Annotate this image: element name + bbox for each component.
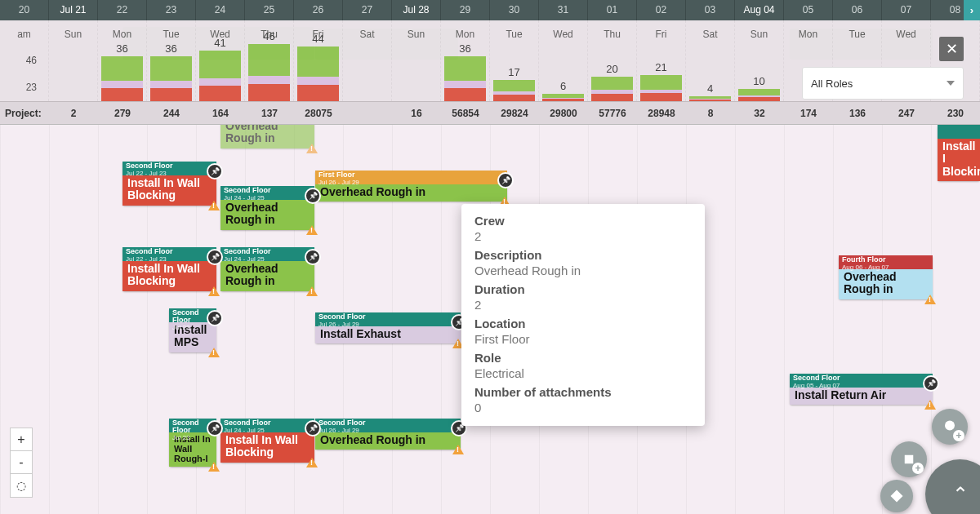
field-duration-value: 2 (474, 298, 692, 312)
project-total: 28075 (294, 102, 343, 124)
warning-icon (306, 225, 318, 235)
task-card[interactable]: Second FloorJul 24 - Jul 25Overhead Roug… (220, 247, 314, 291)
timeline-date[interactable]: Jul 28 (392, 0, 441, 20)
project-total: 164 (196, 102, 245, 124)
pin-icon[interactable] (207, 249, 223, 265)
timeline-date[interactable]: Jul 21 (49, 0, 98, 20)
pin-icon[interactable] (207, 163, 223, 179)
histogram-column: Sun10 (735, 20, 784, 101)
timeline-date[interactable]: 27 (343, 0, 392, 20)
histogram-column: Thu20 (588, 20, 637, 101)
pin-icon[interactable] (923, 375, 939, 392)
task-card[interactable]: Second FloorJul 26 - Jul 29Install Exhau… (315, 312, 461, 343)
histogram-column: Tue36 (147, 20, 196, 101)
timeline-date[interactable]: 06 (833, 0, 882, 20)
timeline-date[interactable]: 22 (98, 0, 147, 20)
pin-icon[interactable] (305, 188, 321, 204)
timeline-date[interactable]: 31 (539, 0, 588, 20)
zoom-out-button[interactable]: - (11, 451, 32, 474)
task-card[interactable]: Fourth FloorAug 06 - Aug 07Overhead Roug… (839, 255, 933, 299)
histogram-column: Wed41 (196, 20, 245, 101)
warning-icon (208, 462, 220, 472)
project-total: 56854 (441, 102, 490, 124)
timeline-date[interactable]: 24 (196, 0, 245, 20)
task-card[interactable]: First FloorJul 26 - Jul 29Overhead Rough… (315, 171, 507, 202)
field-location-value: First Floor (474, 332, 692, 346)
task-card[interactable]: Install I Blockin (938, 125, 980, 181)
timeline-date[interactable]: Aug 04 (735, 0, 784, 20)
warning-icon (208, 286, 220, 296)
timeline-date[interactable]: 07 (882, 0, 931, 20)
task-card[interactable]: Second FloorJul 23Install MPS (169, 308, 216, 352)
histogram-column: Mon36 (98, 20, 147, 101)
timeline-date[interactable]: 05 (784, 0, 833, 20)
project-total: 8 (686, 102, 735, 124)
warning-icon (306, 286, 318, 296)
warning-icon (208, 348, 220, 357)
close-button[interactable]: ✕ (939, 37, 964, 61)
warning-icon (306, 144, 318, 153)
pin-icon[interactable] (207, 310, 223, 326)
timeline-header[interactable]: 20Jul 21222324252627Jul 28293031010203Au… (0, 0, 980, 20)
project-total: 32 (735, 102, 784, 124)
pin-icon[interactable] (305, 420, 321, 436)
project-totals-row: Project: 2279244164137280751656854298242… (0, 102, 980, 125)
field-attachments-value: 0 (474, 401, 692, 414)
project-total: 137 (245, 102, 294, 124)
project-total: 230 (931, 102, 980, 124)
project-total: 279 (98, 102, 147, 124)
fab-expand[interactable] (880, 480, 913, 512)
timeline-date[interactable]: 01 (588, 0, 637, 20)
timeline-date[interactable]: 20 (0, 0, 49, 20)
pin-icon[interactable] (497, 172, 514, 188)
task-card[interactable]: Second FloorJul 26 - Jul 29Overhead Roug… (315, 419, 461, 450)
timeline-date[interactable]: 02 (637, 0, 686, 20)
task-card[interactable]: Second FloorJul 22 - Jul 23Install In Wa… (122, 162, 216, 206)
task-card[interactable]: Second FloorAug 05 - Aug 07Install Retur… (790, 374, 933, 405)
project-total: 244 (147, 102, 196, 124)
pin-icon[interactable] (305, 249, 321, 265)
warning-icon (306, 458, 318, 467)
pin-icon[interactable] (207, 420, 223, 436)
warning-icon (208, 201, 220, 210)
fab-add-message[interactable]: + (932, 409, 968, 445)
histogram-column: Wed6 (539, 20, 588, 101)
task-detail-popover: Crew 2 Description Overhead Rough in Dur… (461, 204, 705, 426)
zoom-control: + - ◌ (10, 428, 33, 498)
field-attachments-label: Number of attachments (474, 385, 692, 399)
timeline-date[interactable]: 30 (490, 0, 539, 20)
warning-icon (452, 445, 464, 454)
field-duration-label: Duration (474, 282, 692, 296)
histogram-column: Thu46 (245, 20, 294, 101)
diamond-icon (889, 489, 904, 503)
zoom-in-button[interactable]: + (11, 428, 32, 451)
timeline-date[interactable]: 25 (245, 0, 294, 20)
timeline-date[interactable]: 03 (686, 0, 735, 20)
histogram-column: Mon36 (441, 20, 490, 101)
timeline-date[interactable]: 29 (441, 0, 490, 20)
histogram-column: Tue17 (490, 20, 539, 101)
field-crew-value: 2 (474, 229, 692, 243)
histogram-column: Sat4 (686, 20, 735, 101)
roles-dropdown[interactable]: All Roles (802, 67, 964, 100)
fab-add-note[interactable]: + (891, 441, 927, 477)
project-total: 29800 (539, 102, 588, 124)
project-total: 28948 (637, 102, 686, 124)
field-description-value: Overhead Rough in (474, 264, 692, 277)
histogram-column: Sun (49, 20, 98, 101)
zoom-reset-button[interactable]: ◌ (11, 474, 32, 497)
field-role-value: Electrical (474, 366, 692, 380)
project-total (343, 102, 392, 124)
histogram-column: Sun (392, 20, 441, 101)
task-card[interactable]: Second FloorJul 24 - Jul 25Install In Wa… (220, 419, 314, 463)
task-card[interactable]: Second FloorJul 24 - Jul 25Overhead Roug… (220, 186, 314, 230)
timeline-scroll-right[interactable]: › (964, 0, 980, 20)
task-card[interactable]: Second FloorJul 22 - Jul 23Install In Wa… (122, 247, 216, 291)
task-card[interactable]: Second FloorJul 23Install In Wall Rough-… (169, 419, 216, 467)
project-total: 16 (392, 102, 441, 124)
histogram-column: Sat (343, 20, 392, 101)
timeline-date[interactable]: 23 (147, 0, 196, 20)
timeline-date[interactable]: 26 (294, 0, 343, 20)
close-icon: ✕ (946, 40, 958, 58)
project-total: 174 (784, 102, 833, 124)
